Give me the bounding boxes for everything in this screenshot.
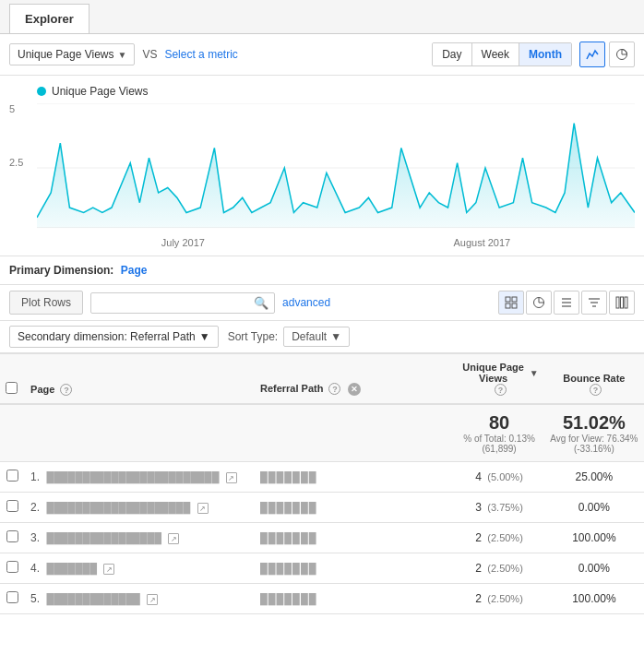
row3-bounce: 100.00% <box>544 523 644 553</box>
svg-rect-8 <box>512 297 517 302</box>
day-button[interactable]: Day <box>433 43 471 65</box>
row5-ext-icon[interactable]: ↗ <box>147 594 158 605</box>
row4-checkbox[interactable] <box>6 561 18 573</box>
row1-checkbox[interactable] <box>6 470 18 482</box>
metric-dropdown-arrow: ▼ <box>118 50 127 60</box>
row2-referral-text: ███████ <box>260 502 317 513</box>
row2-upv-pct: (3.75%) <box>487 502 523 513</box>
row3-page-link[interactable]: ████████████████ <box>46 532 161 543</box>
table-row: 3. ████████████████ ↗ ███████ 2 (2.50%) … <box>0 523 644 553</box>
sort-dropdown[interactable]: Default ▼ <box>283 327 350 347</box>
search-input[interactable] <box>97 296 254 309</box>
search-icon: 🔍 <box>254 296 268 310</box>
row3-referral: ███████ <box>255 523 454 553</box>
table-row: 5. █████████████ ↗ ███████ 2 (2.50%) 100… <box>0 584 644 614</box>
row4-referral: ███████ <box>255 553 454 584</box>
row3-ext-icon[interactable]: ↗ <box>168 533 179 544</box>
pageviews-sort-arrow[interactable]: ▼ <box>530 368 539 378</box>
row5-bounce: 100.00% <box>544 584 644 614</box>
row1-upv-num: 4 <box>475 470 482 483</box>
secondary-dim-label: Secondary dimension: Referral Path <box>18 330 196 343</box>
row4-page-link[interactable]: ███████ <box>46 563 97 574</box>
tab-explorer[interactable]: Explorer <box>9 4 89 33</box>
row1-num: 1. <box>30 470 40 483</box>
summary-referral-cell <box>255 404 454 462</box>
row4-upv-num: 2 <box>475 562 482 575</box>
th-checkbox <box>0 354 25 405</box>
row1-ext-icon[interactable]: ↗ <box>226 472 237 483</box>
sort-type-label: Sort Type: <box>228 330 278 343</box>
th-page-label: Page <box>30 384 54 395</box>
table-row: 2. ████████████████████ ↗ ███████ 3 (3.7… <box>0 493 644 523</box>
summary-row: 80 % of Total: 0.13% (61,899) 51.02% Avg… <box>0 404 644 462</box>
month-button[interactable]: Month <box>519 43 571 65</box>
list-icon <box>560 296 573 309</box>
svg-rect-20 <box>616 297 619 308</box>
row4-ext-icon[interactable]: ↗ <box>103 564 114 575</box>
row4-upv: 2 (2.50%) <box>454 553 543 584</box>
x-label-august: August 2017 <box>453 237 510 248</box>
line-chart-button[interactable] <box>579 42 605 67</box>
pie-view-button[interactable] <box>526 291 552 315</box>
row3-upv-pct: (2.50%) <box>487 532 523 543</box>
select-metric-link[interactable]: Select a metric <box>164 48 237 61</box>
metric-dropdown[interactable]: Unique Page Views ▼ <box>9 43 135 65</box>
row2-page-link[interactable]: ████████████████████ <box>46 502 190 513</box>
chart-legend: Unique Page Views <box>9 85 635 98</box>
summary-bounce-cell: 51.02% Avg for View: 76.34% (-33.16%) <box>544 404 644 462</box>
legend-dot <box>37 87 46 96</box>
row3-checkbox[interactable] <box>6 530 18 542</box>
pie-chart-button[interactable] <box>609 42 635 67</box>
summary-checkbox-cell <box>0 404 25 462</box>
filter-view-button[interactable] <box>581 291 607 315</box>
controls-row: Plot Rows 🔍 advanced <box>0 285 644 321</box>
row2-num-page: 2. ████████████████████ ↗ <box>25 493 255 523</box>
row1-page-link[interactable]: ████████████████████████ <box>46 471 219 482</box>
primary-dim-label: Primary Dimension: <box>9 264 113 277</box>
week-button[interactable]: Week <box>472 43 519 65</box>
row5-page-link[interactable]: █████████████ <box>46 593 139 604</box>
referral-clear-icon[interactable]: ✕ <box>348 383 361 396</box>
columns-icon <box>615 296 628 309</box>
legend-label: Unique Page Views <box>52 85 149 98</box>
plot-rows-button[interactable]: Plot Rows <box>9 291 83 315</box>
search-box: 🔍 <box>90 292 275 314</box>
primary-dim-value[interactable]: Page <box>121 264 148 277</box>
row1-upv: 4 (5.00%) <box>454 462 543 493</box>
row4-checkbox-cell <box>0 553 25 584</box>
row4-bounce: 0.00% <box>544 553 644 584</box>
grid-view-button[interactable] <box>498 291 524 315</box>
select-all-checkbox[interactable] <box>6 382 18 394</box>
row3-upv: 2 (2.50%) <box>454 523 543 553</box>
th-page: Page ? <box>25 354 255 405</box>
secondary-dim-dropdown[interactable]: Secondary dimension: Referral Path ▼ <box>9 326 219 348</box>
row5-upv-num: 2 <box>475 592 482 605</box>
row5-upv-pct: (2.50%) <box>487 593 523 604</box>
svg-rect-9 <box>506 303 510 308</box>
row1-bounce: 25.00% <box>544 462 644 493</box>
column-view-button[interactable] <box>609 291 635 315</box>
row3-referral-text: ███████ <box>260 532 317 543</box>
row1-upv-pct: (5.00%) <box>487 471 523 482</box>
row5-num-page: 5. █████████████ ↗ <box>25 584 255 614</box>
chart-type-buttons <box>579 42 635 67</box>
row5-checkbox[interactable] <box>6 591 18 603</box>
data-table: Page ? Referral Path ? ✕ Unique Page Vie… <box>0 353 644 614</box>
row2-ext-icon[interactable]: ↗ <box>197 503 209 514</box>
row3-num: 3. <box>30 531 40 544</box>
page-help-icon[interactable]: ? <box>60 384 72 396</box>
pie-icon <box>532 296 545 309</box>
summary-upv-cell: 80 % of Total: 0.13% (61,899) <box>454 404 543 462</box>
svg-rect-10 <box>512 303 517 308</box>
svg-marker-6 <box>37 124 635 228</box>
summary-bounce-sub: Avg for View: 76.34% (-33.16%) <box>550 434 638 454</box>
bounce-help-icon[interactable]: ? <box>590 384 602 396</box>
vs-label: VS <box>142 48 157 61</box>
row2-checkbox[interactable] <box>6 500 18 512</box>
pie-chart-icon <box>615 48 628 61</box>
pageviews-help-icon[interactable]: ? <box>495 384 507 396</box>
list-view-button[interactable] <box>554 291 579 315</box>
advanced-link[interactable]: advanced <box>282 296 330 309</box>
referral-help-icon[interactable]: ? <box>328 383 340 395</box>
filter-icon <box>588 296 601 309</box>
